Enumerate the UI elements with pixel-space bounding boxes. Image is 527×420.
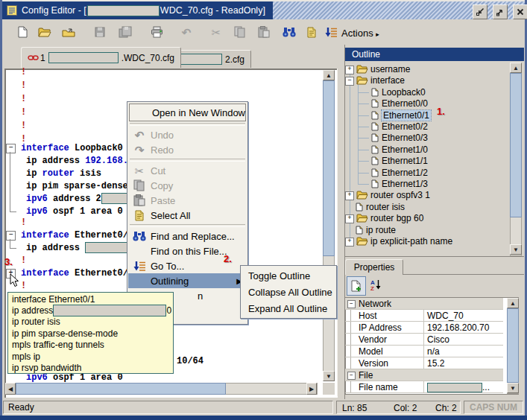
outline-item-username[interactable]: +username xyxy=(344,64,508,75)
outline-item-label: Ethernet1/3 xyxy=(382,179,428,189)
toolbar-find-button[interactable] xyxy=(281,24,297,40)
property-value[interactable]: ... xyxy=(423,381,503,393)
scroll-down-button[interactable]: ▼ xyxy=(323,371,335,381)
scroll-right-button[interactable]: ▶ xyxy=(306,383,317,395)
menu-item-open-in-new-window[interactable]: Open in New Window xyxy=(129,104,246,121)
outline-item-ethernet1-3[interactable]: Ethernet1/3 xyxy=(344,179,508,190)
property-value[interactable]: Cisco xyxy=(423,334,503,346)
scroll-down-button[interactable]: ▼ xyxy=(507,383,519,393)
page-icon xyxy=(371,88,379,97)
property-category-file[interactable]: − File xyxy=(345,369,503,381)
scroll-down-button[interactable]: ▼ xyxy=(510,244,522,255)
toolbar-select-all-button[interactable] xyxy=(303,24,320,40)
code-line: ip address xyxy=(26,242,128,254)
outline-item-ethernet0-1[interactable]: Ethernet0/1 xyxy=(344,110,508,121)
menu-item-outlining[interactable]: Outlining▶ xyxy=(128,273,247,288)
outline-item-router-bgp-60[interactable]: +router bgp 60 xyxy=(344,213,508,224)
outline-item-ethernet0-2[interactable]: Ethernet0/2 xyxy=(344,121,508,133)
page-new-icon xyxy=(17,26,28,38)
tooltip-line: mpls ip xyxy=(12,351,173,362)
code-line: ip address 192.168. xyxy=(26,155,128,167)
properties-vscroll-thumb[interactable] xyxy=(507,308,519,383)
menu-item-find-and-replace[interactable]: Find and Replace... xyxy=(128,229,247,244)
property-row-vendor[interactable]: Vendor Cisco xyxy=(345,334,503,346)
property-row-model[interactable]: Model n/a xyxy=(345,346,503,357)
page-icon xyxy=(371,111,379,120)
outline-item-ethernet1-1[interactable]: Ethernet1/1 xyxy=(344,156,508,167)
outline-item-interface[interactable]: −interface xyxy=(344,75,508,86)
menu-item-select-all[interactable]: Select All xyxy=(128,208,247,223)
tree-guide-tick xyxy=(359,138,369,139)
maximize-button[interactable] xyxy=(493,4,508,19)
tab-wdc70-cfg[interactable]: 1 .WDC_70.cfg xyxy=(21,47,181,68)
outline-item-ip-explicit-path-name[interactable]: +ip explicit-path name xyxy=(344,236,508,247)
outline-item-ethernet0-0[interactable]: Ethernet0/0 xyxy=(344,98,508,109)
outline-item-ip-route[interactable]: ip route xyxy=(344,225,508,236)
actions-menu[interactable]: Actions ▸ xyxy=(341,28,379,39)
scroll-up-button[interactable]: ▲ xyxy=(323,70,335,80)
code-preview-tooltip: interface Ethernet0/1ip address0ip route… xyxy=(7,292,174,374)
tab-label-prefix: 1 xyxy=(40,53,45,63)
az-sort-button[interactable]: AZ xyxy=(370,279,382,293)
property-name: IP Address xyxy=(359,322,402,333)
collapse-node-button[interactable]: − xyxy=(345,77,354,86)
folder-icon xyxy=(356,76,368,85)
menu-item-expand-all-outline[interactable]: Expand All Outline xyxy=(242,300,335,316)
collapse-category-button[interactable]: − xyxy=(347,372,356,380)
property-value[interactable]: 192.168.200.70 xyxy=(423,322,503,334)
close-button[interactable] xyxy=(513,4,527,19)
title-bar[interactable]: Config Editor - [ WDC_70.cfg - ReadOnly] xyxy=(2,1,525,19)
scroll-up-button[interactable]: ▲ xyxy=(507,298,519,308)
expand-node-button[interactable]: + xyxy=(345,191,354,200)
toolbar-new-file-button[interactable] xyxy=(14,24,31,40)
toolbar-close-file-button[interactable] xyxy=(60,24,77,40)
code-line: interface Loopback0 xyxy=(21,142,123,154)
property-row-version[interactable]: Version 15.2 xyxy=(345,357,503,369)
collapse-category-button[interactable]: − xyxy=(347,300,356,308)
scroll-left-button[interactable]: ◀ xyxy=(5,383,16,395)
scroll-up-button[interactable]: ▲ xyxy=(510,63,522,73)
toolbar-open-file-button[interactable] xyxy=(37,24,53,40)
outline-item-label: Ethernet0/1 xyxy=(382,110,431,121)
outline-item-ethernet1-0[interactable]: Ethernet1/0 xyxy=(344,144,508,156)
toolbar-print-button[interactable] xyxy=(148,24,165,40)
property-value[interactable]: WDC_70 xyxy=(423,310,503,322)
outline-vscroll-thumb[interactable] xyxy=(510,73,522,217)
tree-guide-tick xyxy=(359,173,369,174)
code-line: ! xyxy=(21,280,26,292)
outline-item-label: Ethernet0/3 xyxy=(382,133,428,143)
property-value[interactable]: 15.2 xyxy=(423,357,503,369)
expand-node-button[interactable]: + xyxy=(345,214,354,223)
outline-item-label: Ethernet0/2 xyxy=(382,121,428,132)
page-icon xyxy=(371,179,379,188)
tab1-redaction-box xyxy=(48,52,119,63)
toolbar-go-to-button[interactable] xyxy=(323,24,339,40)
status-column: Col: 2 xyxy=(394,403,417,413)
browse-button[interactable]: ... xyxy=(482,382,490,392)
expand-node-button[interactable]: + xyxy=(345,238,354,246)
menu-separator xyxy=(130,123,245,126)
printer-icon xyxy=(151,26,163,38)
property-value[interactable]: n/a xyxy=(423,346,503,357)
outline-item-ethernet0-3[interactable]: Ethernet0/3 xyxy=(344,133,508,144)
minimize-button[interactable] xyxy=(473,4,487,19)
menu-item-collapse-all-outline[interactable]: Collapse All Outline xyxy=(242,284,335,300)
property-category-network[interactable]: − Network xyxy=(345,298,503,310)
folder-icon xyxy=(356,65,368,74)
outline-item-router-ospfv3-1[interactable]: +router ospfv3 1 xyxy=(344,190,508,201)
tree-guide-tick xyxy=(359,127,369,127)
expand-node-button[interactable]: + xyxy=(345,66,354,74)
add-property-button[interactable] xyxy=(347,276,366,296)
outline-item-loopback0[interactable]: Loopback0 xyxy=(344,87,508,98)
menu-item-toggle-outline[interactable]: Toggle Outline xyxy=(242,267,335,284)
fold-connector xyxy=(10,152,16,212)
property-name: Version xyxy=(359,358,388,369)
property-row-file-name[interactable]: File name ... xyxy=(345,381,503,393)
property-row-host[interactable]: Host WDC_70 xyxy=(345,310,503,322)
editor-hscroll-thumb[interactable] xyxy=(16,383,226,395)
property-row-ip-address[interactable]: IP Address 192.168.200.70 xyxy=(345,322,503,334)
editor-vscroll-thumb[interactable] xyxy=(323,80,335,256)
outline-item-ethernet1-2[interactable]: Ethernet1/2 xyxy=(344,168,508,179)
outline-item-router-isis[interactable]: router isis xyxy=(344,202,508,213)
tab-properties[interactable]: Properties xyxy=(345,259,403,275)
